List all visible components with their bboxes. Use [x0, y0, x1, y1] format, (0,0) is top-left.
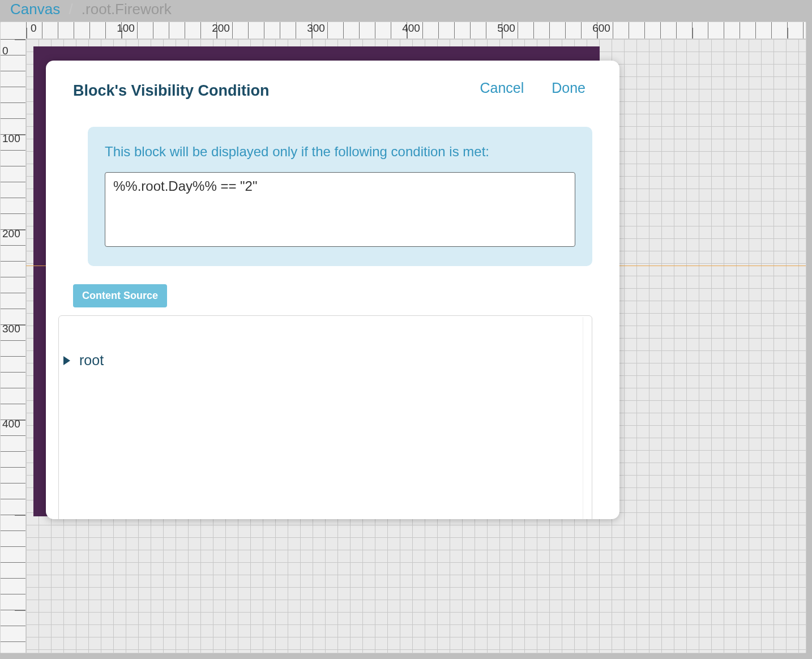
done-button[interactable]: Done: [552, 80, 586, 96]
chevron-right-icon: [63, 356, 70, 365]
tree-node-root[interactable]: root: [63, 352, 104, 369]
ruler-tick-label: 300: [307, 22, 325, 35]
ruler-tick-label: 400: [402, 22, 420, 35]
condition-hint: This block will be displayed only if the…: [105, 144, 575, 160]
ruler-tick-label: 400: [2, 418, 20, 430]
ruler-horizontal: 0 100 200 300 400 500 600: [26, 22, 806, 39]
vertical-scrollbar[interactable]: [583, 317, 591, 519]
breadcrumb-separator: /: [69, 1, 72, 18]
ruler-tick-label: 100: [2, 132, 20, 145]
tab-content-source[interactable]: Content Source: [73, 284, 167, 307]
content-source-tree: root: [58, 315, 592, 519]
ruler-tick-label: 500: [497, 22, 515, 35]
breadcrumb-current: .root.Firework: [82, 1, 172, 18]
ruler-vertical: 0 100 200 300 400: [1, 39, 26, 653]
condition-input[interactable]: [105, 172, 575, 247]
ruler-tick-label: 100: [117, 22, 135, 35]
visibility-condition-modal: Block's Visibility Condition Cancel Done…: [46, 61, 619, 519]
breadcrumb: Canvas / .root.Firework: [10, 0, 172, 18]
ruler-tick-label: 200: [2, 228, 20, 240]
tree-node-label: root: [79, 352, 104, 369]
horizontal-scrollbar[interactable]: [0, 653, 806, 659]
cancel-button[interactable]: Cancel: [480, 80, 524, 96]
ruler-tick-label: 0: [2, 45, 8, 57]
modal-actions: Cancel Done: [480, 80, 586, 96]
ruler-tick-label: 600: [592, 22, 610, 35]
ruler-tick-label: 300: [2, 323, 20, 335]
ruler-tick-label: 0: [31, 22, 37, 35]
ruler-tick-label: 200: [212, 22, 230, 35]
condition-panel: This block will be displayed only if the…: [88, 127, 592, 266]
breadcrumb-link-canvas[interactable]: Canvas: [10, 1, 60, 18]
